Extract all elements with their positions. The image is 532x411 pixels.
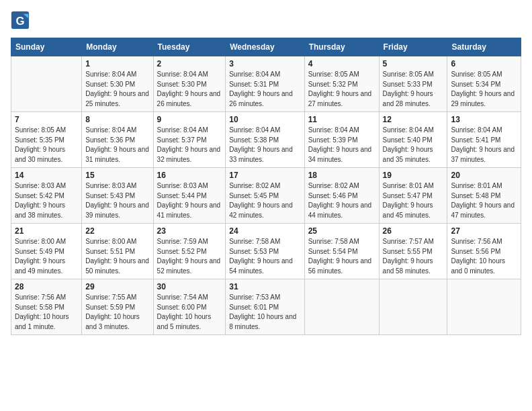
day-number: 25 [308,226,375,236]
calendar-cell [11,56,82,112]
calendar-cell: 6Sunrise: 8:05 AMSunset: 5:34 PMDaylight… [447,56,521,112]
calendar-cell: 18Sunrise: 8:02 AMSunset: 5:46 PMDayligh… [304,168,379,224]
day-number: 6 [451,59,517,68]
day-number: 22 [85,226,149,236]
day-number: 23 [157,226,222,236]
day-info: Sunrise: 8:04 AMSunset: 5:30 PMDaylight:… [157,70,222,109]
day-info: Sunrise: 7:54 AMSunset: 6:00 PMDaylight:… [157,293,222,332]
calendar-cell: 28Sunrise: 7:56 AMSunset: 5:58 PMDayligh… [11,279,82,335]
weekday-header-tuesday: Tuesday [153,38,226,56]
day-number: 5 [383,59,444,68]
day-info: Sunrise: 8:02 AMSunset: 5:45 PMDaylight:… [229,181,300,220]
calendar-cell [304,279,379,335]
day-number: 3 [229,59,300,68]
day-number: 8 [85,115,149,124]
calendar-cell: 30Sunrise: 7:54 AMSunset: 6:00 PMDayligh… [153,279,226,335]
day-info: Sunrise: 8:04 AMSunset: 5:31 PMDaylight:… [229,70,300,109]
calendar-cell: 15Sunrise: 8:03 AMSunset: 5:43 PMDayligh… [82,168,153,224]
day-number: 31 [229,282,300,291]
day-info: Sunrise: 8:03 AMSunset: 5:44 PMDaylight:… [157,181,222,220]
calendar-cell: 16Sunrise: 8:03 AMSunset: 5:44 PMDayligh… [153,168,226,224]
day-number: 11 [308,115,375,124]
calendar-cell: 19Sunrise: 8:01 AMSunset: 5:47 PMDayligh… [379,168,447,224]
day-info: Sunrise: 8:01 AMSunset: 5:47 PMDaylight:… [383,181,444,220]
day-info: Sunrise: 7:56 AMSunset: 5:56 PMDaylight:… [451,237,517,276]
calendar-cell: 17Sunrise: 8:02 AMSunset: 5:45 PMDayligh… [226,168,304,224]
day-number: 21 [15,226,78,236]
weekday-header-wednesday: Wednesday [226,38,304,56]
calendar-week-1: 1Sunrise: 8:04 AMSunset: 5:30 PMDaylight… [11,56,521,112]
day-info: Sunrise: 8:05 AMSunset: 5:32 PMDaylight:… [308,70,375,109]
calendar-cell: 31Sunrise: 7:53 AMSunset: 6:01 PMDayligh… [226,279,304,335]
weekday-row: SundayMondayTuesdayWednesdayThursdayFrid… [11,38,521,56]
calendar-week-5: 28Sunrise: 7:56 AMSunset: 5:58 PMDayligh… [11,279,521,335]
calendar-cell: 3Sunrise: 8:04 AMSunset: 5:31 PMDaylight… [226,56,304,112]
weekday-header-monday: Monday [82,38,153,56]
weekday-header-thursday: Thursday [304,38,379,56]
calendar-cell: 23Sunrise: 7:59 AMSunset: 5:52 PMDayligh… [153,224,226,279]
day-number: 2 [157,59,222,68]
day-number: 24 [229,226,300,236]
calendar-cell: 4Sunrise: 8:05 AMSunset: 5:32 PMDaylight… [304,56,379,112]
calendar-cell: 25Sunrise: 7:58 AMSunset: 5:54 PMDayligh… [304,224,379,279]
svg-text:G: G [15,15,24,28]
calendar-cell: 8Sunrise: 8:04 AMSunset: 5:36 PMDaylight… [82,112,153,168]
day-info: Sunrise: 8:03 AMSunset: 5:43 PMDaylight:… [85,181,149,220]
calendar-cell [379,279,447,335]
day-number: 9 [157,115,222,124]
calendar-cell: 9Sunrise: 8:04 AMSunset: 5:37 PMDaylight… [153,112,226,168]
day-info: Sunrise: 7:58 AMSunset: 5:54 PMDaylight:… [308,237,375,276]
calendar-cell: 26Sunrise: 7:57 AMSunset: 5:55 PMDayligh… [379,224,447,279]
calendar-cell: 12Sunrise: 8:04 AMSunset: 5:40 PMDayligh… [379,112,447,168]
day-number: 4 [308,59,375,68]
day-number: 14 [15,171,78,180]
calendar-cell: 11Sunrise: 8:04 AMSunset: 5:39 PMDayligh… [304,112,379,168]
calendar-week-2: 7Sunrise: 8:05 AMSunset: 5:35 PMDaylight… [11,112,521,168]
calendar-cell: 5Sunrise: 8:05 AMSunset: 5:33 PMDaylight… [379,56,447,112]
day-info: Sunrise: 8:00 AMSunset: 5:51 PMDaylight:… [85,237,149,276]
day-info: Sunrise: 8:05 AMSunset: 5:35 PMDaylight:… [15,126,78,165]
day-info: Sunrise: 8:04 AMSunset: 5:41 PMDaylight:… [451,126,517,165]
day-number: 13 [451,115,517,124]
day-info: Sunrise: 7:57 AMSunset: 5:55 PMDaylight:… [383,237,444,276]
calendar-header: SundayMondayTuesdayWednesdayThursdayFrid… [11,38,521,56]
day-number: 19 [383,171,444,180]
calendar-cell: 14Sunrise: 8:03 AMSunset: 5:42 PMDayligh… [11,168,82,224]
day-number: 26 [383,226,444,236]
calendar-cell: 24Sunrise: 7:58 AMSunset: 5:53 PMDayligh… [226,224,304,279]
day-number: 1 [85,59,149,68]
day-number: 29 [85,282,149,291]
day-number: 27 [451,226,517,236]
day-info: Sunrise: 8:03 AMSunset: 5:42 PMDaylight:… [15,181,78,220]
day-info: Sunrise: 8:04 AMSunset: 5:37 PMDaylight:… [157,126,222,165]
calendar-cell: 21Sunrise: 8:00 AMSunset: 5:49 PMDayligh… [11,224,82,279]
logo-icon: G [11,11,30,30]
calendar-cell: 7Sunrise: 8:05 AMSunset: 5:35 PMDaylight… [11,112,82,168]
day-info: Sunrise: 8:04 AMSunset: 5:30 PMDaylight:… [85,70,149,109]
calendar-cell: 13Sunrise: 8:04 AMSunset: 5:41 PMDayligh… [447,112,521,168]
day-number: 12 [383,115,444,124]
calendar-cell: 27Sunrise: 7:56 AMSunset: 5:56 PMDayligh… [447,224,521,279]
day-number: 28 [15,282,78,291]
day-info: Sunrise: 8:05 AMSunset: 5:34 PMDaylight:… [451,70,517,109]
day-info: Sunrise: 8:04 AMSunset: 5:39 PMDaylight:… [308,126,375,165]
page-container: G SundayMondayTuesdayWednesdayThursdayFr… [0,0,532,340]
calendar-cell: 10Sunrise: 8:04 AMSunset: 5:38 PMDayligh… [226,112,304,168]
calendar-cell: 1Sunrise: 8:04 AMSunset: 5:30 PMDaylight… [82,56,153,112]
day-info: Sunrise: 8:02 AMSunset: 5:46 PMDaylight:… [308,181,375,220]
day-info: Sunrise: 8:05 AMSunset: 5:33 PMDaylight:… [383,70,444,109]
day-number: 7 [15,115,78,124]
calendar-week-4: 21Sunrise: 8:00 AMSunset: 5:49 PMDayligh… [11,224,521,279]
weekday-header-saturday: Saturday [447,38,521,56]
calendar-cell: 22Sunrise: 8:00 AMSunset: 5:51 PMDayligh… [82,224,153,279]
day-info: Sunrise: 7:56 AMSunset: 5:58 PMDaylight:… [15,293,78,332]
weekday-header-friday: Friday [379,38,447,56]
weekday-header-sunday: Sunday [11,38,82,56]
day-number: 17 [229,171,300,180]
day-info: Sunrise: 8:04 AMSunset: 5:38 PMDaylight:… [229,126,300,165]
day-number: 15 [85,171,149,180]
calendar-cell: 20Sunrise: 8:01 AMSunset: 5:48 PMDayligh… [447,168,521,224]
day-number: 20 [451,171,517,180]
calendar-body: 1Sunrise: 8:04 AMSunset: 5:30 PMDaylight… [11,56,521,335]
calendar-week-3: 14Sunrise: 8:03 AMSunset: 5:42 PMDayligh… [11,168,521,224]
